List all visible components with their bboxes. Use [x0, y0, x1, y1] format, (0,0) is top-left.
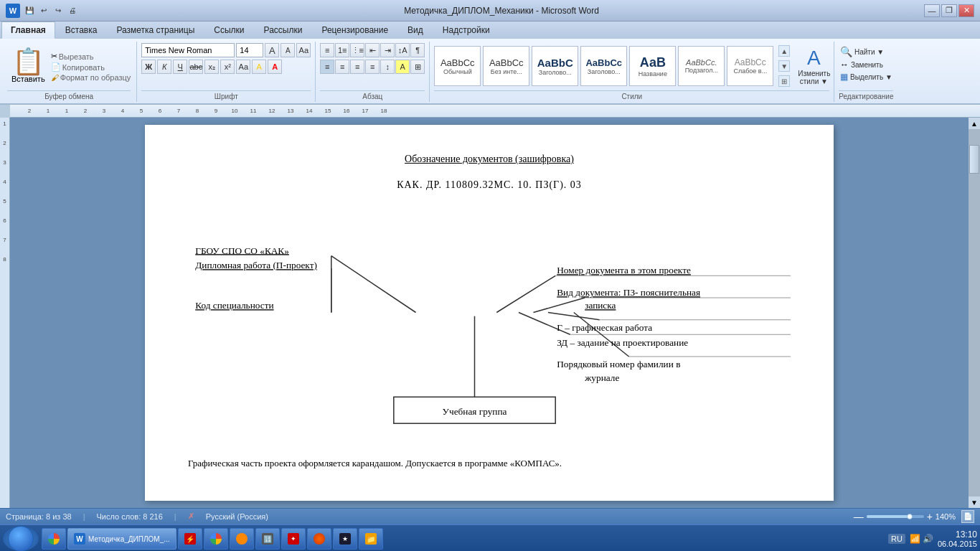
- paragraph-group: ≡ 1≡ ⋮≡ ⇤ ⇥ ↕A ¶ ≡ ≡ ≡ ≡ ↕ A ⊞: [316, 42, 430, 102]
- zoom-in-btn[interactable]: +: [927, 511, 933, 522]
- taskbar-app6[interactable]: ★: [333, 528, 357, 550]
- highlight-btn[interactable]: A: [252, 60, 266, 74]
- save-qa-btn[interactable]: 💾: [23, 4, 36, 17]
- tab-page-layout[interactable]: Разметка страницы: [107, 22, 204, 39]
- document-code: КАК. ДР. 110809.32МС. 10. ПЗ(Г). 03: [188, 179, 791, 191]
- style-title[interactable]: АаВ Название: [629, 46, 676, 86]
- tab-mailings[interactable]: Рассылки: [255, 22, 312, 39]
- style-heading2[interactable]: AaBbCc Заголово...: [580, 46, 627, 86]
- shrink-font-btn[interactable]: A: [281, 43, 295, 57]
- styles-scroll-down[interactable]: ▼: [778, 60, 790, 72]
- titlebar: W 💾 ↩ ↪ 🖨 Методичка_ДИПЛОМ_Механики - Mi…: [0, 0, 980, 22]
- statusbar: Страница: 8 из 38 | Число слов: 8 216 | …: [0, 508, 980, 524]
- close-button[interactable]: ✕: [958, 4, 974, 17]
- numbered-list-btn[interactable]: 1≡: [335, 43, 349, 57]
- tab-insert[interactable]: Вставка: [56, 22, 107, 39]
- vertical-scrollbar[interactable]: ▲ ▼: [969, 118, 980, 508]
- horizontal-ruler: 2 1 1 2 3 4 5 6 7 8 9 10 11 12 13 14 15 …: [10, 105, 980, 118]
- scroll-down-btn[interactable]: ▼: [969, 496, 980, 508]
- undo-qa-btn[interactable]: ↩: [37, 4, 50, 17]
- style-no-spacing[interactable]: AaBbCc Без инте...: [483, 46, 529, 86]
- bullet-list-btn[interactable]: ≡: [320, 43, 334, 57]
- word-count: Число слов: 8 216: [96, 512, 162, 521]
- align-center-btn[interactable]: ≡: [335, 60, 349, 74]
- taskbar-firefox[interactable]: [307, 528, 331, 550]
- styles-expand[interactable]: ⊞: [778, 75, 790, 87]
- underline-btn[interactable]: Ч: [173, 60, 187, 74]
- taskbar-explorer[interactable]: 📁: [359, 528, 383, 550]
- clock: 13:10 06.04.2015: [938, 529, 977, 548]
- sort-btn[interactable]: ↕A: [395, 43, 410, 57]
- superscript-btn[interactable]: x²: [220, 60, 235, 74]
- subscript-btn[interactable]: x₂: [204, 60, 219, 74]
- style-subtle[interactable]: AaBbCc Слабое в...: [727, 46, 773, 86]
- paragraph-label: Абзац: [320, 90, 425, 100]
- line-spacing-btn[interactable]: ↕: [380, 60, 395, 74]
- taskbar-browser2[interactable]: [204, 528, 228, 550]
- font-name-selector[interactable]: Times New Roman: [141, 43, 235, 57]
- start-button[interactable]: [3, 527, 39, 551]
- font-size-selector[interactable]: 14: [236, 43, 263, 57]
- clear-format-btn[interactable]: Aa: [296, 43, 311, 57]
- scroll-thumb[interactable]: [969, 145, 979, 174]
- multilevel-list-btn[interactable]: ⋮≡: [350, 43, 364, 57]
- taskbar: W Методичка_ДИПЛОМ_... ⚡ 🔢 ✦ ★ 📁 RU 📶 🔊 …: [0, 524, 980, 551]
- tab-addins[interactable]: Надстройки: [433, 22, 499, 39]
- page-scroll-area[interactable]: Обозначение документов (зашифровка) КАК.…: [10, 118, 969, 508]
- tab-review[interactable]: Рецензирование: [312, 22, 397, 39]
- paste-button[interactable]: 📋 Вставить: [7, 47, 50, 85]
- format-painter-button[interactable]: 🖌 Формат по образцу: [51, 73, 131, 82]
- taskbar-app4[interactable]: 🔢: [255, 528, 280, 550]
- print-qa-btn[interactable]: 🖨: [66, 4, 79, 17]
- app6-icon: ★: [339, 533, 351, 545]
- align-left-btn[interactable]: ≡: [320, 60, 334, 74]
- document-section-title: Обозначение документов (зашифровка): [188, 154, 791, 165]
- scroll-up-btn[interactable]: ▲: [969, 118, 980, 129]
- justify-btn[interactable]: ≡: [365, 60, 380, 74]
- document-container: 2 1 1 2 3 4 5 6 7 8 9 10 11 12 13 14 15 …: [0, 105, 980, 508]
- language-indicator[interactable]: RU: [888, 534, 905, 544]
- style-subtitle[interactable]: AaBbCc. Подзагол...: [678, 46, 725, 86]
- style-normal[interactable]: AaBbCc Обычный: [434, 46, 481, 86]
- volume-icon: 🔊: [923, 534, 933, 544]
- style-heading1[interactable]: AaBbC Заголово...: [532, 46, 578, 86]
- ruler-corner: [0, 105, 10, 118]
- select-button[interactable]: ▦Выделить ▼: [840, 72, 892, 82]
- font-color-btn[interactable]: А: [268, 60, 282, 74]
- tab-home[interactable]: Главная: [1, 22, 55, 39]
- network-icon: 📶: [910, 534, 920, 544]
- change-styles-label[interactable]: Изменить стили ▼: [798, 70, 829, 85]
- copy-button[interactable]: 📄 Копировать: [51, 62, 131, 72]
- tab-view[interactable]: Вид: [398, 22, 433, 39]
- bold-btn[interactable]: Ж: [141, 60, 156, 74]
- align-right-btn[interactable]: ≡: [350, 60, 364, 74]
- styles-scroll-up[interactable]: ▲: [778, 45, 790, 57]
- redo-qa-btn[interactable]: ↪: [52, 4, 65, 17]
- replace-button[interactable]: ↔Заменить: [840, 60, 883, 70]
- case-btn[interactable]: Aa: [236, 60, 250, 74]
- taskbar-chrome[interactable]: [42, 528, 66, 550]
- increase-indent-btn[interactable]: ⇥: [380, 43, 395, 57]
- italic-btn[interactable]: К: [157, 60, 171, 74]
- scroll-track[interactable]: [969, 129, 980, 496]
- tab-references[interactable]: Ссылки: [204, 22, 253, 39]
- show-marks-btn[interactable]: ¶: [410, 43, 425, 57]
- border-btn[interactable]: ⊞: [410, 60, 425, 74]
- cut-button[interactable]: ✂ Вырезать: [51, 52, 131, 61]
- taskbar-flash[interactable]: ⚡: [178, 528, 202, 550]
- restore-button[interactable]: ❐: [941, 4, 957, 17]
- find-button[interactable]: 🔍 Найти ▼: [840, 46, 884, 57]
- grow-font-btn[interactable]: A: [265, 43, 279, 57]
- taskbar-app3[interactable]: [230, 528, 254, 550]
- decrease-indent-btn[interactable]: ⇤: [365, 43, 380, 57]
- minimize-button[interactable]: —: [924, 4, 940, 17]
- zoom-slider[interactable]: [867, 515, 924, 518]
- strikethrough-btn[interactable]: abc: [189, 60, 203, 74]
- view-mode-btn[interactable]: 📄: [961, 510, 974, 523]
- zoom-out-btn[interactable]: —: [854, 511, 864, 522]
- taskbar-app5[interactable]: ✦: [281, 528, 306, 550]
- taskbar-word[interactable]: W Методичка_ДИПЛОМ_...: [67, 528, 176, 550]
- zoom-controls: — + 140%: [854, 511, 956, 522]
- paragraph-content: ≡ 1≡ ⋮≡ ⇤ ⇥ ↕A ¶ ≡ ≡ ≡ ≡ ↕ A ⊞: [320, 43, 425, 89]
- shading-btn[interactable]: A: [395, 60, 410, 74]
